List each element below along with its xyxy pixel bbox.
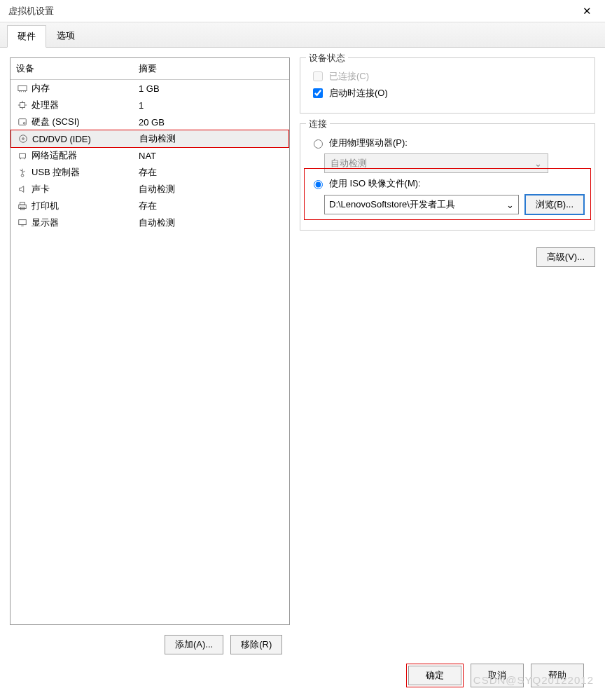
svg-point-17 — [21, 174, 24, 177]
iso-path-input[interactable]: D:\LenovoSoftstore\开发者工具 ⌄ — [324, 195, 519, 214]
device-name: USB 控制器 — [29, 166, 139, 179]
radio-physical-input[interactable] — [314, 139, 323, 149]
svg-rect-22 — [19, 205, 27, 208]
close-icon[interactable]: ✕ — [577, 5, 597, 18]
device-name: 硬盘 (SCSI) — [29, 116, 139, 128]
device-name: 显示器 — [29, 217, 139, 229]
device-name: 打印机 — [29, 200, 139, 212]
column-summary: 摘要 — [139, 62, 157, 75]
svg-rect-5 — [20, 103, 25, 108]
memory-icon — [16, 83, 29, 93]
ok-button[interactable]: 确定 — [408, 666, 461, 685]
device-row-disk[interactable]: 硬盘 (SCSI) 20 GB — [11, 114, 289, 130]
tab-options[interactable]: 选项 — [46, 25, 85, 47]
svg-rect-24 — [19, 220, 27, 225]
device-summary: 20 GB — [139, 117, 165, 128]
device-row-sound[interactable]: 声卡 自动检测 — [11, 181, 289, 198]
remove-button[interactable]: 移除(R) — [230, 635, 282, 654]
tab-hardware[interactable]: 硬件 — [7, 25, 46, 48]
device-summary: 存在 — [139, 200, 157, 212]
device-name: 声卡 — [29, 183, 139, 195]
checkbox-connected: 已连接(C) — [310, 69, 585, 83]
chevron-down-icon[interactable]: ⌄ — [506, 200, 514, 210]
device-name: CD/DVD (IDE) — [29, 134, 139, 144]
device-row-printer[interactable]: 打印机 存在 — [11, 198, 289, 214]
window-title: 虚拟机设置 — [8, 5, 577, 18]
checkbox-connect-on-start[interactable]: 启动时连接(O) — [310, 86, 585, 100]
device-summary: 存在 — [139, 166, 157, 179]
cancel-button[interactable]: 取消 — [471, 664, 524, 687]
device-row-memory[interactable]: 内存 1 GB — [11, 80, 289, 97]
device-row-usb[interactable]: USB 控制器 存在 — [11, 164, 289, 181]
device-row-display[interactable]: 显示器 自动检测 — [11, 214, 289, 231]
device-row-cd[interactable]: CD/DVD (IDE) 自动检测 — [11, 130, 289, 148]
device-row-net[interactable]: 网络适配器 NAT — [11, 147, 289, 164]
cd-icon — [17, 134, 29, 144]
device-summary: 自动检测 — [139, 132, 176, 145]
connection-group: 连接 使用物理驱动器(P): 自动检测 ⌄ 使用 ISO 映像文件(M): D:… — [300, 123, 595, 231]
display-icon — [16, 218, 29, 228]
tab-bar: 硬件 选项 — [0, 22, 605, 48]
advanced-button[interactable]: 高级(V)... — [536, 247, 595, 267]
svg-line-20 — [22, 171, 25, 172]
help-button[interactable]: 帮助 — [531, 664, 584, 687]
device-name: 内存 — [29, 82, 139, 95]
radio-iso-file[interactable]: 使用 ISO 映像文件(M): — [310, 177, 585, 190]
svg-rect-21 — [20, 203, 25, 205]
add-button[interactable]: 添加(A)... — [165, 635, 223, 654]
browse-button[interactable]: 浏览(B)... — [524, 194, 585, 215]
cpu-icon — [16, 100, 29, 110]
printer-icon — [16, 201, 29, 211]
device-summary: 自动检测 — [139, 217, 175, 229]
svg-point-13 — [22, 138, 25, 140]
sound-icon — [16, 184, 29, 194]
title-bar: 虚拟机设置 ✕ — [0, 0, 605, 22]
checkbox-connected-input — [313, 71, 323, 81]
device-row-cpu[interactable]: 处理器 1 — [11, 97, 289, 114]
svg-point-12 — [20, 135, 27, 143]
radio-physical-drive[interactable]: 使用物理驱动器(P): — [310, 137, 585, 149]
device-summary: 1 — [139, 100, 144, 111]
device-status-group: 设备状态 已连接(C) 启动时连接(O) — [300, 57, 595, 114]
connection-legend: 连接 — [306, 118, 330, 130]
device-list: 设备 摘要 内存 1 GB 处理器 1 硬盘 (SCSI) 20 GB CD/D… — [10, 57, 290, 625]
svg-line-19 — [20, 170, 23, 172]
checkbox-connect-on-start-input[interactable] — [313, 88, 323, 98]
device-summary: NAT — [139, 151, 156, 161]
column-device: 设备 — [16, 62, 139, 75]
chevron-down-icon: ⌄ — [534, 158, 542, 169]
device-name: 处理器 — [29, 99, 139, 111]
svg-point-11 — [23, 122, 25, 124]
net-icon — [16, 151, 29, 160]
disk-icon — [16, 117, 29, 127]
svg-rect-0 — [18, 86, 27, 91]
device-name: 网络适配器 — [29, 149, 139, 162]
radio-iso-input[interactable] — [314, 180, 323, 189]
device-summary: 自动检测 — [139, 183, 175, 195]
usb-icon — [16, 167, 29, 177]
device-summary: 1 GB — [139, 83, 160, 94]
status-legend: 设备状态 — [306, 52, 348, 64]
svg-rect-14 — [20, 153, 26, 158]
